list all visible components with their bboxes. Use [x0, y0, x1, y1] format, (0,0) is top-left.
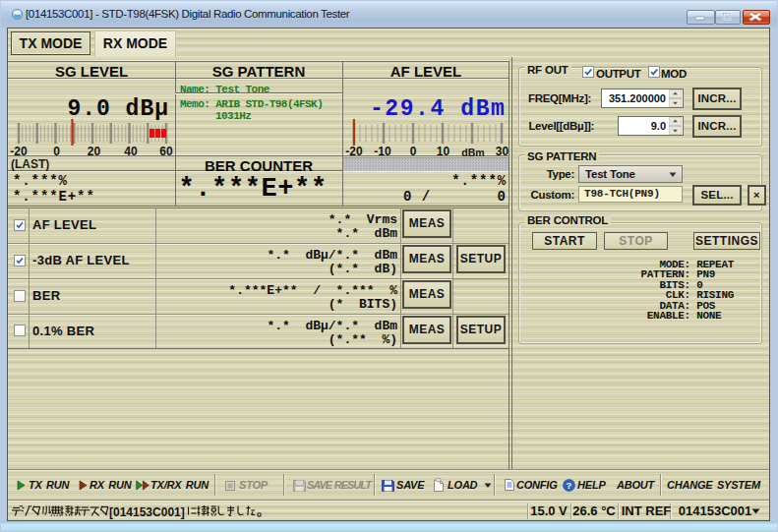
svg-text:?: ? [567, 480, 572, 491]
